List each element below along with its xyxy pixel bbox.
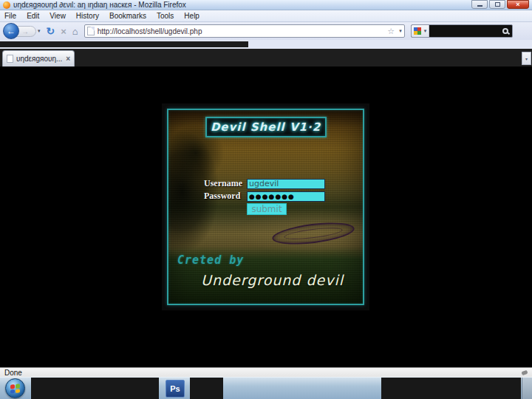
windows-taskbar: Ps: [0, 377, 532, 399]
tab-favicon-icon: [7, 55, 13, 63]
menu-item-tools[interactable]: Tools: [157, 12, 174, 20]
urlbar-dropdown-icon[interactable]: ▾: [399, 28, 402, 34]
menu-item-bookmarks[interactable]: Bookmarks: [109, 12, 146, 20]
username-label: Username: [204, 178, 244, 189]
window-controls: ×: [471, 0, 529, 10]
menu-item-help[interactable]: Help: [184, 12, 200, 20]
crop-circle-graphic: [271, 219, 355, 248]
tab-active[interactable]: υηdεяgяoυη... ×: [2, 50, 75, 66]
credit-name-text: Underground devil: [201, 272, 344, 288]
menu-item-view[interactable]: View: [50, 12, 66, 20]
maximize-button[interactable]: [489, 0, 505, 9]
menu-item-file[interactable]: File: [4, 12, 16, 20]
navigation-toolbar: ← → ▾ ↻ × ⌂ http://localhost/shell/ugdev…: [0, 22, 532, 40]
stop-button[interactable]: ×: [61, 26, 66, 37]
google-icon: [414, 27, 421, 35]
page-viewport: Devil Shell V1·2 Username ugdevil Passwo…: [0, 66, 532, 367]
login-panel-inner: Devil Shell V1·2 Username ugdevil Passwo…: [167, 109, 364, 305]
menu-item-history[interactable]: History: [76, 12, 99, 20]
bookmarks-toolbar: [0, 40, 532, 49]
bookmark-star-icon[interactable]: ☆: [387, 27, 395, 36]
address-bar[interactable]: http://localhost/shell/ugdevil.php ☆ ▾: [84, 24, 405, 38]
search-engine-selector[interactable]: ▾: [412, 25, 430, 37]
windows-flag-icon: [10, 383, 20, 393]
taskbar-redacted-block: [190, 378, 223, 399]
close-button[interactable]: ×: [507, 0, 529, 9]
password-input[interactable]: ●●●●●●●: [247, 191, 325, 202]
username-row: Username ugdevil: [204, 178, 325, 189]
url-text[interactable]: http://localhost/shell/ugdevil.php: [98, 27, 385, 35]
title-bar: υηdεяgяoυηd ∂ενιl: aη ιηdιaη нaскεя - Mo…: [0, 0, 532, 10]
submit-button[interactable]: submit: [247, 203, 287, 215]
username-input[interactable]: ugdevil: [247, 179, 325, 189]
maximize-icon: [495, 2, 500, 7]
photoshop-taskbar-button[interactable]: Ps: [166, 380, 185, 398]
window-title: υηdεяgяoυηd ∂ενιl: aη ιηdιaη нaскεя - Mo…: [13, 1, 468, 9]
statusbar-grip-icon: [521, 369, 528, 375]
status-bar: Done: [0, 367, 532, 377]
credit-prefix-text: Creted by: [177, 253, 244, 267]
taskbar-redacted-block: [381, 378, 521, 399]
minimize-icon: [477, 5, 482, 7]
search-box[interactable]: ▾: [411, 24, 513, 38]
search-magnifier-icon[interactable]: [502, 28, 508, 34]
firefox-window: υηdεяgяoυηd ∂ενιl: aη ιηdιaη нaскεя - Mo…: [0, 0, 532, 399]
history-dropdown-icon[interactable]: ▾: [38, 28, 41, 34]
login-panel: Devil Shell V1·2 Username ugdevil Passwo…: [162, 103, 369, 310]
page-favicon-icon: [87, 27, 95, 35]
menu-bar: File Edit View History Bookmarks Tools H…: [0, 10, 532, 22]
home-button[interactable]: ⌂: [72, 26, 78, 37]
back-button[interactable]: ←: [3, 23, 19, 39]
password-label: Password: [204, 191, 244, 202]
tab-close-icon[interactable]: ×: [66, 55, 70, 63]
shell-title-box: Devil Shell V1·2: [205, 117, 327, 137]
menu-item-edit[interactable]: Edit: [27, 12, 39, 20]
search-engine-caret-icon: ▾: [424, 28, 427, 34]
tab-label[interactable]: υηdεяgяoυη...: [16, 55, 63, 63]
list-all-tabs-button[interactable]: ▾: [522, 52, 531, 65]
search-input[interactable]: [429, 25, 502, 37]
minimize-button[interactable]: [471, 0, 488, 9]
show-desktop-button[interactable]: [522, 378, 532, 399]
firefox-logo-icon: [3, 1, 10, 9]
password-row: Password ●●●●●●●: [204, 191, 325, 202]
tab-bar: υηdεяgяoυη... × ▾: [0, 49, 532, 66]
taskbar-redacted-block: [31, 378, 159, 399]
start-button[interactable]: [5, 378, 25, 398]
status-text: Done: [4, 369, 522, 377]
bookmarks-toolbar-dark-segment: [0, 41, 248, 47]
shell-title: Devil Shell V1·2: [211, 120, 321, 134]
reload-button[interactable]: ↻: [47, 25, 55, 37]
